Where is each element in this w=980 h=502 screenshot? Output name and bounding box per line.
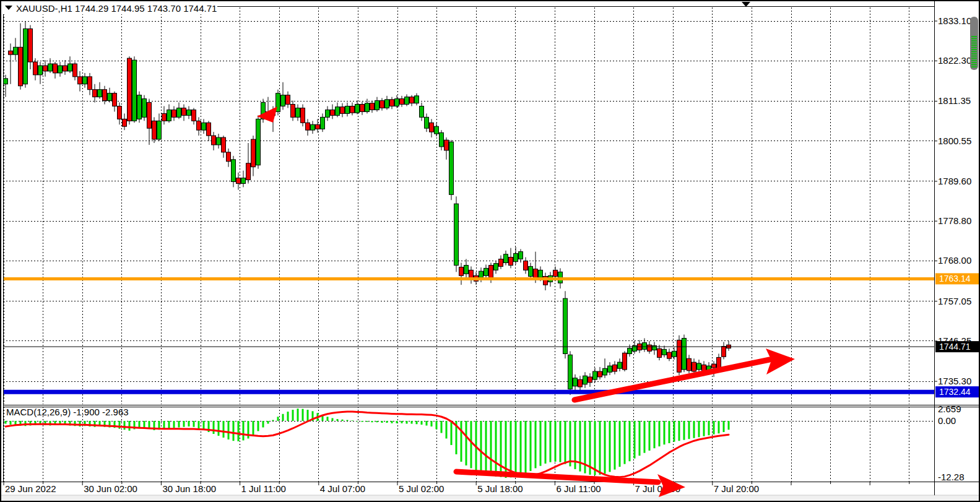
orange-level-badge: 1763.14 (939, 274, 971, 283)
bull-candle (395, 99, 399, 106)
bull-candle (440, 132, 444, 147)
time-axis-label[interactable]: 7 Jul 20:00 (714, 483, 759, 494)
bull-candle (494, 264, 498, 270)
price-axis-label[interactable]: 1800.55 (938, 136, 971, 146)
bull-candle (108, 93, 112, 101)
bear-candle (212, 136, 216, 145)
time-axis-label[interactable]: 5 Jul 02:00 (399, 483, 444, 494)
price-axis-label[interactable]: 1822.30 (938, 55, 971, 66)
bear-candle (236, 178, 241, 184)
bull-candle (202, 123, 206, 130)
bear-candle (207, 123, 211, 136)
bear-candle (578, 379, 583, 387)
bear-candle (222, 137, 226, 152)
bull-candle (479, 271, 483, 277)
symbol-quote-line: XAUUSD-,H1 1744.29 1744.95 1743.70 1744.… (3, 2, 217, 14)
chart-canvas[interactable]: 1833.101822.301811.351800.551789.601778.… (0, 0, 980, 502)
bull-candle (336, 107, 340, 116)
bear-candle (33, 62, 38, 75)
bull-candle (672, 351, 677, 357)
time-axis-label[interactable]: 1 Jul 11:00 (241, 483, 286, 494)
bull-candle (375, 101, 379, 110)
bear-candle (677, 340, 682, 372)
bull-candle (14, 47, 18, 54)
bull-candle (415, 96, 419, 103)
bear-candle (291, 105, 295, 118)
macd-axis-label[interactable]: 2.659 (938, 404, 961, 414)
blue-level-badge: 1732.44 (939, 387, 971, 397)
bull-candle (653, 345, 657, 350)
bear-candle (380, 101, 384, 108)
bull-candle (157, 121, 162, 139)
bear-candle (93, 90, 97, 97)
macd-label: MACD(12,26,9) -1.900 -2.963 (6, 407, 129, 417)
bear-candle (73, 64, 77, 77)
time-axis-label[interactable]: 30 Jun 18:00 (162, 483, 216, 494)
bull-candle (539, 270, 543, 277)
bear-candle (623, 353, 627, 370)
bull-candle (464, 266, 469, 274)
time-axis-label[interactable]: 5 Jul 18:00 (477, 483, 523, 494)
bull-candle (662, 349, 667, 355)
price-axis-label[interactable]: 1833.10 (938, 15, 971, 26)
bear-candle (182, 108, 186, 115)
bear-candle (360, 105, 365, 112)
price-axis-label[interactable]: 1789.60 (938, 176, 971, 186)
bull-candle (583, 376, 588, 384)
bear-candle (118, 106, 122, 119)
bear-candle (316, 124, 320, 129)
bear-candle (113, 93, 117, 106)
bull-candle (435, 126, 439, 134)
bull-candle (132, 60, 137, 121)
bull-candle (177, 108, 181, 117)
bear-candle (499, 259, 503, 266)
bear-candle (390, 100, 394, 106)
bear-candle (306, 123, 310, 130)
bear-candle (400, 99, 404, 105)
bull-candle (484, 268, 488, 275)
bear-candle (524, 261, 528, 270)
mt4-chart-window: 1833.101822.301811.351800.551789.601778.… (0, 0, 980, 502)
bull-candle (137, 95, 142, 119)
bull-candle (167, 110, 171, 121)
bear-candle (331, 110, 335, 115)
bull-candle (296, 108, 300, 117)
bear-candle (648, 345, 652, 351)
bull-candle (98, 90, 102, 97)
bear-candle (657, 348, 662, 357)
bull-candle (321, 117, 325, 129)
bull-candle (24, 28, 28, 84)
time-axis-label[interactable]: 4 Jul 07:00 (320, 483, 365, 494)
price-axis-label[interactable]: 1778.80 (938, 215, 971, 226)
bull-candle (232, 160, 236, 182)
macd-axis-label[interactable]: -12.28 (938, 472, 965, 482)
bull-candle (593, 371, 597, 379)
bull-candle (425, 117, 429, 128)
bull-candle (311, 124, 315, 130)
bear-candle (227, 152, 231, 162)
bear-candle (553, 270, 558, 276)
time-axis-label[interactable]: 29 Jun 2022 (5, 483, 56, 494)
bear-candle (430, 123, 434, 132)
bear-candle (19, 47, 23, 85)
price-axis-label[interactable]: 1757.05 (938, 296, 971, 306)
bull-candle (365, 103, 370, 112)
macd-axis-label[interactable]: 0.00 (938, 415, 956, 426)
time-axis-label[interactable]: 30 Jun 02:00 (84, 483, 137, 494)
price-axis-label[interactable]: 1735.30 (938, 376, 971, 386)
bull-candle (603, 368, 607, 375)
bull-candle (256, 119, 261, 165)
price-axis-label[interactable]: 1811.35 (938, 95, 971, 106)
bull-candle (563, 298, 568, 353)
bull-candle (48, 64, 53, 71)
bear-candle (147, 103, 152, 129)
bear-candle (459, 267, 464, 276)
bull-candle (618, 362, 622, 368)
time-axis-label[interactable]: 6 Jul 11:00 (556, 483, 601, 494)
bear-candle (687, 358, 692, 371)
bear-candle (722, 347, 726, 357)
price-axis-label[interactable]: 1768.00 (938, 255, 971, 266)
bear-candle (588, 377, 592, 383)
bear-candle (410, 97, 414, 103)
bear-candle (667, 352, 672, 358)
